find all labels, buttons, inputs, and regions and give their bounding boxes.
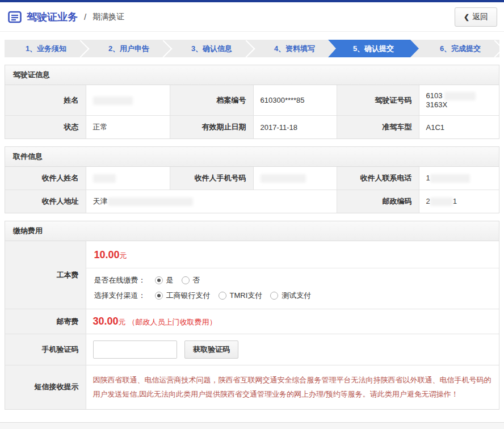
postage-label: 邮寄费 [5, 309, 86, 334]
step-6-complete-submit: 6、完成提交 [419, 40, 499, 57]
step-2-user-declaration: 2、用户申告 [87, 40, 170, 57]
online-pay-row: 是否在线缴费： 是 否 [94, 275, 492, 285]
fee-amount: 10.00 [94, 249, 120, 260]
redacted-license-no [444, 92, 476, 100]
postage-unit: 元 [119, 318, 126, 326]
step-label: 6、完成提交 [440, 44, 481, 54]
redacted-zip [430, 197, 453, 206]
expiry-value: 2017-11-18 [253, 116, 337, 139]
online-pay-caption: 是否在线缴费： [94, 275, 146, 285]
status-value: 正常 [86, 116, 170, 139]
fee-value-cell: 10.00元 是否在线缴费： 是 否 选择支付渠道： 工商银行支付 TMRI支付… [86, 241, 499, 309]
license-no-suffix: 3163X [426, 100, 448, 109]
online-pay-no-radio[interactable]: 否 [182, 275, 200, 285]
step-progress-bar: 1、业务须知 2、用户申告 3、确认信息 4、资料填写 5、确认提交 6、完成提… [5, 40, 499, 57]
pickup-info-table: 收件人姓名 收件人手机号码 收件人联系电话 1 收件人地址 天津 邮政编码 21 [5, 167, 499, 213]
fees-section: 缴纳费用 工本费 10.00元 是否在线缴费： 是 否 选择支付渠道： [5, 221, 499, 410]
channel-tmri-radio[interactable]: TMRI支付 [219, 291, 263, 301]
section-title: 取件信息 [5, 147, 499, 167]
expiry-label: 有效期止日期 [170, 116, 253, 139]
header-title-group: 驾驶证业务 / 期满换证 [8, 10, 124, 24]
step-label: 2、用户申告 [108, 44, 149, 54]
postage-amount: 30.00 [93, 316, 119, 327]
online-pay-yes-radio[interactable]: 是 [155, 275, 174, 285]
table-row: 手机验证码 获取验证码 [5, 334, 499, 365]
zip-value: 21 [419, 190, 499, 213]
address-label: 收件人地址 [5, 190, 86, 213]
redacted-recipient-name [93, 174, 116, 183]
section-title: 缴纳费用 [5, 221, 499, 241]
name-value [86, 85, 170, 116]
license-card-icon [8, 11, 22, 23]
step-label: 3、确认信息 [191, 44, 232, 54]
redacted-phone [430, 174, 470, 183]
radio-unchecked-icon [270, 292, 278, 300]
step-label: 5、确认提交 [353, 44, 394, 54]
phone-prefix: 1 [426, 174, 430, 182]
license-no-prefix: 6103 [426, 91, 443, 100]
recipient-phone-value: 1 [419, 167, 499, 190]
channel-icbc-radio[interactable]: 工商银行支付 [155, 291, 211, 301]
step-1-business-notice: 1、业务须知 [5, 40, 87, 57]
fees-table: 工本费 10.00元 是否在线缴费： 是 否 选择支付渠道： 工商银行支付 TM… [5, 241, 499, 409]
step-3-confirm-info: 3、确认信息 [170, 40, 253, 57]
pay-channel-caption: 选择支付渠道： [94, 291, 146, 301]
license-no-label: 驾驶证号码 [337, 85, 419, 116]
zip-label: 邮政编码 [337, 190, 419, 213]
step-label: 4、资料填写 [274, 44, 315, 54]
page: 驾驶证业务 / 期满换证 ❮ 返回 1、业务须知 2、用户申告 3、确认信息 4… [0, 0, 504, 429]
status-label: 状态 [5, 116, 86, 139]
pay-channel-row: 选择支付渠道： 工商银行支付 TMRI支付 测试支付 [94, 291, 492, 301]
vehicle-type-value: A1C1 [419, 116, 499, 139]
fee-label: 工本费 [5, 241, 86, 309]
divider [86, 268, 499, 268]
radio-label: TMRI支付 [230, 291, 263, 301]
table-row: 工本费 10.00元 是否在线缴费： 是 否 选择支付渠道： 工商银行支付 TM… [5, 241, 499, 309]
breadcrumb-current: 期满换证 [93, 12, 124, 22]
postage-note: （邮政人员上门收取费用） [128, 318, 217, 326]
table-row: 姓名 档案编号 610300****85 驾驶证号码 6103 3163X [5, 85, 499, 116]
captcha-label: 手机验证码 [5, 334, 86, 365]
zip-suffix: 1 [453, 197, 457, 205]
breadcrumb-separator: / [84, 12, 86, 22]
get-captcha-button[interactable]: 获取验证码 [184, 340, 238, 359]
license-info-section: 驾驶证信息 姓名 档案编号 610300****85 驾驶证号码 6103 31… [5, 65, 499, 139]
file-no-value: 610300****85 [253, 85, 337, 116]
step-4-fill-data: 4、资料填写 [253, 40, 336, 57]
radio-unchecked-icon [182, 276, 190, 284]
back-button-label: 返回 [472, 12, 488, 22]
captcha-cell: 获取验证码 [86, 334, 499, 365]
recipient-phone-label: 收件人联系电话 [337, 167, 419, 190]
radio-checked-icon [155, 292, 163, 300]
radio-label: 否 [193, 275, 200, 285]
captcha-input[interactable] [93, 340, 177, 359]
name-label: 姓名 [5, 85, 86, 116]
header: 驾驶证业务 / 期满换证 ❮ 返回 [0, 2, 504, 32]
sms-tip-cell: 因陕西省联通、电信运营商技术问题，陕西省互联网交通安全综合服务管理平台无法向持陕… [86, 365, 499, 409]
channel-test-radio[interactable]: 测试支付 [270, 291, 311, 301]
page-title: 驾驶证业务 [27, 10, 78, 24]
table-row: 收件人地址 天津 邮政编码 21 [5, 190, 499, 213]
radio-label: 测试支付 [282, 291, 311, 301]
license-no-value: 6103 3163X [419, 85, 499, 116]
chevron-left-icon: ❮ [464, 13, 469, 21]
table-row: 邮寄费 30.00元（邮政人员上门收取费用） [5, 309, 499, 334]
table-row: 收件人姓名 收件人手机号码 收件人联系电话 1 [5, 167, 499, 190]
vehicle-type-label: 准驾车型 [337, 116, 419, 139]
recipient-name-label: 收件人姓名 [5, 167, 86, 190]
file-no-label: 档案编号 [170, 85, 253, 116]
section-title: 驾驶证信息 [5, 65, 499, 85]
table-row: 状态 正常 有效期止日期 2017-11-18 准驾车型 A1C1 [5, 116, 499, 139]
step-label: 1、业务须知 [26, 44, 66, 54]
redacted-name [93, 96, 133, 105]
back-button[interactable]: ❮ 返回 [455, 7, 497, 27]
footer-action-bar: 上一步 完成 [0, 422, 504, 429]
fee-amount-line: 10.00元 [94, 249, 492, 261]
sms-tip-label: 短信接收提示 [5, 365, 86, 409]
address-value: 天津 [86, 190, 337, 213]
redacted-mobile [261, 174, 306, 183]
recipient-mobile-label: 收件人手机号码 [170, 167, 253, 190]
fee-unit: 元 [120, 251, 127, 260]
license-info-table: 姓名 档案编号 610300****85 驾驶证号码 6103 3163X 状态… [5, 85, 499, 138]
address-prefix: 天津 [93, 197, 108, 205]
